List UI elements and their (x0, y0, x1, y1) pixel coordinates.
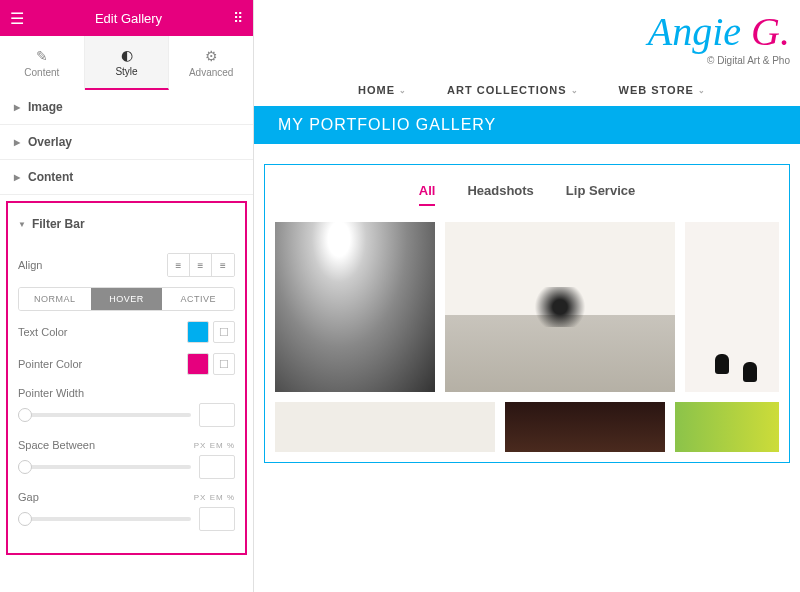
space-between-label: Space Between (18, 439, 95, 451)
gallery-image[interactable] (275, 222, 435, 392)
logo-part1: Angie (648, 9, 751, 54)
section-image[interactable]: ▶ Image (0, 90, 253, 125)
page-title-bar: MY PORTFOLIO GALLERY (254, 106, 800, 144)
tab-label: Advanced (189, 67, 233, 78)
align-right-button[interactable]: ≡ (212, 254, 234, 276)
chevron-down-icon: ⌄ (698, 86, 706, 95)
pointer-color-swatch[interactable] (187, 353, 209, 375)
caret-right-icon: ▶ (14, 173, 22, 182)
gallery-grid (275, 222, 779, 392)
gallery-image[interactable] (445, 222, 675, 392)
nav-store[interactable]: WEB STORE ⌄ (619, 84, 706, 96)
panel-header: ☰ Edit Gallery ⠿ (0, 0, 253, 36)
copyright: © Digital Art & Pho (264, 55, 790, 66)
preview-canvas: Angie G. © Digital Art & Pho HOME ⌄ ART … (254, 0, 800, 592)
apps-icon[interactable]: ⠿ (233, 10, 243, 26)
site-header: Angie G. © Digital Art & Pho (254, 0, 800, 66)
gear-icon: ⚙ (205, 48, 218, 64)
pointer-width-row: Pointer Width (18, 387, 235, 427)
caret-right-icon: ▶ (14, 138, 22, 147)
gallery-grid-row2 (275, 402, 779, 452)
state-active[interactable]: ACTIVE (162, 288, 234, 310)
tab-label: Style (115, 66, 137, 77)
align-center-icon: ≡ (198, 260, 204, 271)
units-label[interactable]: PX EM % (194, 493, 235, 502)
nav-label: WEB STORE (619, 84, 694, 96)
gallery-image[interactable] (505, 402, 665, 452)
filter-lipservice[interactable]: Lip Service (566, 183, 635, 206)
filter-bar-section: ▼ Filter Bar Align ≡ ≡ ≡ NORMAL HOVER AC… (6, 201, 247, 555)
pencil-icon: ✎ (36, 48, 48, 64)
state-tabs: NORMAL HOVER ACTIVE (18, 287, 235, 311)
clear-icon: ☐ (219, 358, 229, 371)
gallery-image[interactable] (675, 402, 779, 452)
text-color-clear[interactable]: ☐ (213, 321, 235, 343)
space-between-slider[interactable] (18, 465, 191, 469)
panel-tabs: ✎ Content ◐ Style ⚙ Advanced (0, 36, 253, 90)
text-color-swatch[interactable] (187, 321, 209, 343)
tab-advanced[interactable]: ⚙ Advanced (169, 36, 253, 90)
tab-style[interactable]: ◐ Style (85, 36, 170, 90)
nav-label: HOME (358, 84, 395, 96)
main-nav: HOME ⌄ ART COLLECTIONS ⌄ WEB STORE ⌄ (254, 66, 800, 106)
nav-collections[interactable]: ART COLLECTIONS ⌄ (447, 84, 579, 96)
section-label: Content (28, 170, 73, 184)
caret-down-icon: ▼ (18, 220, 26, 229)
filter-bar-header[interactable]: ▼ Filter Bar (18, 213, 235, 243)
align-left-icon: ≡ (176, 260, 182, 271)
caret-right-icon: ▶ (14, 103, 22, 112)
align-label: Align (18, 259, 167, 271)
tab-content[interactable]: ✎ Content (0, 36, 85, 90)
gallery-widget[interactable]: All Headshots Lip Service (264, 164, 790, 463)
section-label: Image (28, 100, 63, 114)
gap-input[interactable] (199, 507, 235, 531)
editor-sidebar: ☰ Edit Gallery ⠿ ✎ Content ◐ Style ⚙ Adv… (0, 0, 254, 592)
gallery-filters: All Headshots Lip Service (275, 183, 779, 206)
nav-home[interactable]: HOME ⌄ (358, 84, 407, 96)
text-color-row: Text Color ☐ (18, 321, 235, 343)
pointer-width-input[interactable] (199, 403, 235, 427)
pointer-color-label: Pointer Color (18, 358, 187, 370)
pointer-color-clear[interactable]: ☐ (213, 353, 235, 375)
slider-thumb[interactable] (18, 408, 32, 422)
align-right-icon: ≡ (220, 260, 226, 271)
align-left-button[interactable]: ≡ (168, 254, 190, 276)
text-color-label: Text Color (18, 326, 187, 338)
filter-headshots[interactable]: Headshots (467, 183, 533, 206)
section-overlay[interactable]: ▶ Overlay (0, 125, 253, 160)
section-label: Overlay (28, 135, 72, 149)
align-center-button[interactable]: ≡ (190, 254, 212, 276)
nav-label: ART COLLECTIONS (447, 84, 567, 96)
align-buttons: ≡ ≡ ≡ (167, 253, 235, 277)
state-hover[interactable]: HOVER (91, 288, 163, 310)
space-between-input[interactable] (199, 455, 235, 479)
logo-part2: G. (751, 9, 790, 54)
pointer-width-label: Pointer Width (18, 387, 84, 399)
menu-icon[interactable]: ☰ (10, 9, 24, 28)
logo[interactable]: Angie G. (264, 8, 790, 55)
gallery-image[interactable] (275, 402, 495, 452)
slider-thumb[interactable] (18, 512, 32, 526)
contrast-icon: ◐ (121, 47, 133, 63)
filter-all[interactable]: All (419, 183, 436, 206)
gap-row: Gap PX EM % (18, 491, 235, 531)
space-between-row: Space Between PX EM % (18, 439, 235, 479)
section-content[interactable]: ▶ Content (0, 160, 253, 195)
filter-bar-title: Filter Bar (32, 217, 85, 231)
gap-slider[interactable] (18, 517, 191, 521)
align-row: Align ≡ ≡ ≡ (18, 253, 235, 277)
pointer-color-row: Pointer Color ☐ (18, 353, 235, 375)
gallery-image[interactable] (685, 222, 779, 392)
pointer-width-slider[interactable] (18, 413, 191, 417)
chevron-down-icon: ⌄ (399, 86, 407, 95)
chevron-down-icon: ⌄ (571, 86, 579, 95)
units-label[interactable]: PX EM % (194, 441, 235, 450)
clear-icon: ☐ (219, 326, 229, 339)
state-normal[interactable]: NORMAL (19, 288, 91, 310)
panel-title: Edit Gallery (95, 11, 162, 26)
page-title: MY PORTFOLIO GALLERY (278, 116, 496, 133)
slider-thumb[interactable] (18, 460, 32, 474)
tab-label: Content (24, 67, 59, 78)
gap-label: Gap (18, 491, 39, 503)
